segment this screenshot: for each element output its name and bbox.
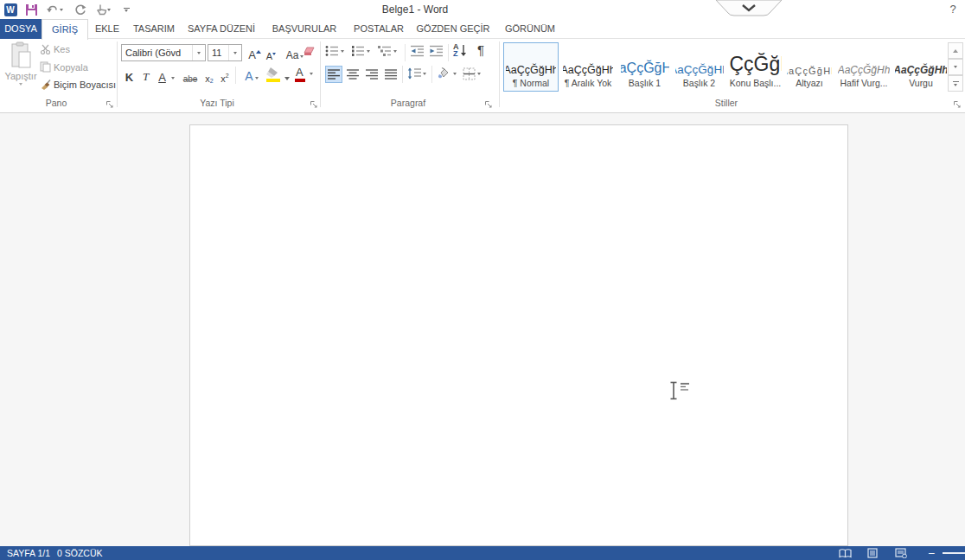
paragraph-dialog-launcher-icon[interactable] bbox=[484, 97, 494, 106]
hand-pointer-icon bbox=[95, 3, 107, 16]
style-preview: AaÇçĞğHh bbox=[621, 47, 669, 76]
format-painter-button[interactable]: Biçim Boyacısı bbox=[40, 79, 116, 90]
align-center-button[interactable] bbox=[344, 66, 361, 83]
font-size-combo[interactable]: 11 bbox=[208, 44, 242, 61]
numbering-caret-icon bbox=[367, 50, 370, 53]
floppy-icon bbox=[25, 3, 38, 16]
page-indicator[interactable]: SAYFA 1/1 bbox=[7, 546, 50, 560]
style-no-spacing[interactable]: AaÇçĞğHh ¶ Aralık Yok bbox=[559, 42, 617, 92]
tab-giris[interactable]: GİRİŞ bbox=[42, 19, 88, 40]
style-name: Konu Başlı... bbox=[730, 78, 782, 88]
style-preview: AaÇçĞğHh bbox=[895, 47, 947, 76]
web-layout-button[interactable] bbox=[892, 547, 911, 559]
multilevel-caret-icon bbox=[393, 50, 397, 53]
style-heading2[interactable]: AaÇçĞğHh Başlık 2 bbox=[672, 42, 726, 92]
font-color-button[interactable]: A bbox=[294, 66, 318, 84]
help-icon[interactable]: ? bbox=[946, 3, 960, 16]
style-name: Başlık 2 bbox=[683, 78, 715, 88]
bullets-button[interactable] bbox=[325, 45, 344, 57]
highlight-button[interactable] bbox=[265, 66, 291, 84]
shading-button[interactable] bbox=[437, 67, 457, 80]
sort-button[interactable]: A Z bbox=[453, 43, 467, 57]
style-name: Hafif Vurg... bbox=[840, 78, 887, 88]
font-name-combo[interactable]: Calibri (Gövd bbox=[121, 44, 206, 61]
bold-button[interactable]: K bbox=[123, 67, 136, 85]
styles-dialog-launcher-icon[interactable] bbox=[953, 97, 962, 106]
style-heading1[interactable]: AaÇçĞğHh Başlık 1 bbox=[617, 42, 672, 92]
underline-button[interactable]: A bbox=[156, 67, 169, 85]
tab-ekle[interactable]: EKLE bbox=[88, 19, 126, 39]
italic-button[interactable]: T bbox=[139, 67, 152, 85]
style-subtitle[interactable]: AaÇçĞğHh Altyazı bbox=[784, 42, 834, 92]
font-dialog-launcher-icon[interactable] bbox=[310, 97, 319, 106]
shading-caret-icon bbox=[453, 73, 457, 75]
increase-indent-button[interactable] bbox=[429, 45, 444, 57]
underline-caret[interactable] bbox=[169, 67, 177, 85]
align-right-button[interactable] bbox=[363, 66, 380, 83]
italic-label: T bbox=[143, 70, 149, 84]
multilevel-list-button[interactable] bbox=[377, 45, 397, 57]
justify-icon bbox=[385, 69, 397, 80]
format-painter-label: Biçim Boyacısı bbox=[54, 80, 116, 90]
word-logo-icon[interactable]: W bbox=[3, 2, 18, 17]
styles-scroll-up-button[interactable] bbox=[948, 42, 963, 59]
word-logo-letter: W bbox=[4, 3, 17, 16]
read-mode-button[interactable] bbox=[835, 547, 854, 559]
pano-dialog-launcher-icon[interactable] bbox=[105, 97, 115, 106]
word-window: W bbox=[0, 0, 965, 560]
clear-formatting-button[interactable] bbox=[303, 45, 316, 61]
line-spacing-button[interactable] bbox=[407, 67, 426, 80]
styles-scroll-down-button[interactable] bbox=[948, 59, 963, 75]
sort-letters: A Z bbox=[453, 43, 459, 57]
cut-button[interactable]: Kes bbox=[40, 44, 70, 54]
show-marks-button[interactable]: ¶ bbox=[477, 42, 484, 57]
numbering-button[interactable] bbox=[351, 45, 370, 57]
subscript-button[interactable]: x2 bbox=[202, 67, 216, 85]
style-preview: AaÇçĞğHh bbox=[787, 47, 832, 76]
style-title[interactable]: AaÇçĞğHh Konu Başlı... bbox=[726, 42, 784, 92]
tab-postalar[interactable]: POSTALAR bbox=[348, 19, 410, 39]
ibeam-cursor-icon bbox=[668, 380, 697, 401]
zoom-slider[interactable] bbox=[943, 552, 965, 554]
styles-more-button[interactable] bbox=[948, 75, 963, 92]
tab-sayfa-duzeni[interactable]: SAYFA DÜZENİ bbox=[182, 19, 261, 39]
strikethrough-button[interactable]: abe bbox=[180, 67, 201, 85]
paragraph-group-label: Paragraf bbox=[321, 98, 495, 110]
font-name-caret-icon[interactable] bbox=[192, 45, 205, 60]
collapse-pull-tab[interactable] bbox=[714, 0, 783, 21]
justify-button[interactable] bbox=[382, 66, 399, 83]
decrease-indent-button[interactable] bbox=[410, 45, 425, 57]
redo-icon[interactable] bbox=[73, 2, 88, 17]
font-size-caret-icon[interactable] bbox=[228, 45, 241, 60]
text-effects-button[interactable]: A bbox=[240, 66, 263, 84]
style-subtle-emphasis[interactable]: AaÇçĞğHh Hafif Vurg... bbox=[834, 42, 893, 92]
customize-qat-icon[interactable] bbox=[121, 2, 131, 17]
tab-tasarim[interactable]: TASARIM bbox=[126, 19, 182, 39]
tab-gozden-gecir[interactable]: GÖZDEN GEÇİR bbox=[410, 19, 496, 39]
document-page[interactable] bbox=[189, 124, 848, 546]
document-workspace bbox=[0, 113, 965, 546]
web-layout-icon bbox=[895, 548, 907, 558]
paste-button[interactable]: Yapıştır bbox=[3, 41, 38, 95]
mouse-cursor bbox=[668, 380, 697, 401]
borders-button[interactable] bbox=[463, 67, 481, 80]
text-effects-caret-icon bbox=[255, 77, 259, 80]
zoom-out-button[interactable]: – bbox=[929, 546, 935, 560]
shrink-font-button[interactable]: A bbox=[264, 44, 278, 62]
print-layout-button[interactable] bbox=[863, 547, 882, 559]
style-normal[interactable]: AaÇçĞğHh ¶ Normal bbox=[503, 42, 559, 92]
style-emphasis[interactable]: AaÇçĞğHh Vurgu bbox=[893, 42, 949, 92]
word-count[interactable]: 0 SÖZCÜK bbox=[57, 546, 103, 560]
style-preview: AaÇçĞğHh bbox=[675, 47, 724, 76]
tab-basvurular[interactable]: BAŞVURULAR bbox=[261, 19, 348, 39]
save-icon[interactable] bbox=[23, 2, 39, 17]
tab-dosya[interactable]: DOSYA bbox=[0, 19, 42, 39]
font-name-value: Calibri (Gövd bbox=[125, 48, 181, 58]
tab-gorunum[interactable]: GÖRÜNÜM bbox=[496, 19, 564, 39]
superscript-button[interactable]: x2 bbox=[218, 67, 232, 85]
undo-icon[interactable] bbox=[43, 2, 66, 17]
touch-mode-icon[interactable] bbox=[91, 2, 115, 17]
grow-font-button[interactable]: A bbox=[247, 44, 262, 62]
align-left-button[interactable] bbox=[325, 66, 342, 83]
copy-button[interactable]: Kopyala bbox=[40, 61, 88, 73]
